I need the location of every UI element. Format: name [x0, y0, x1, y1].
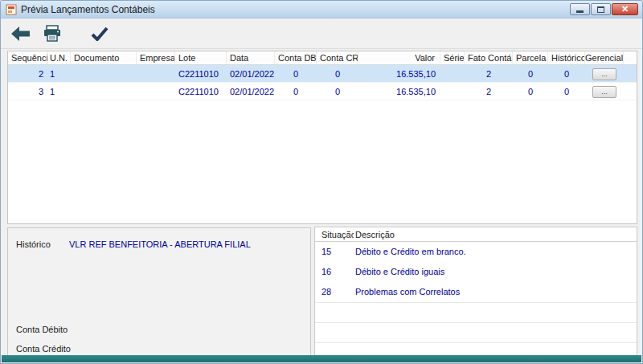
cell-lote: C2211010 — [175, 65, 227, 83]
maximize-icon — [597, 6, 604, 13]
empty-row — [315, 322, 637, 342]
cell-historico: 0 — [548, 65, 585, 83]
printer-icon — [43, 25, 62, 42]
entries-grid-header: Sequência U.N. Documento Empresa Lote Da… — [8, 51, 637, 65]
cell-situacao: 16 — [315, 262, 354, 282]
cell-conta-cr: 0 — [317, 83, 358, 100]
cell-sequencia: 2 — [8, 65, 48, 83]
close-button[interactable]: ✕ — [612, 3, 638, 15]
conta-debito-label: Conta Débito — [16, 325, 68, 334]
status-bar — [2, 355, 641, 362]
column-header-fato-contabil[interactable]: Fato Contábil — [465, 51, 513, 64]
column-header-sequencia[interactable]: Sequência — [8, 51, 48, 64]
confirm-check-icon — [91, 27, 109, 41]
cell-descricao: Débito e Crédito em branco. — [354, 242, 637, 262]
empty-row — [315, 342, 637, 356]
table-row[interactable]: 2 1 C2211010 02/01/2022 0 0 16.535,10 2 … — [8, 65, 637, 83]
cell-parcela: 0 — [513, 83, 548, 100]
column-header-conta-cr[interactable]: Conta CR — [317, 51, 358, 64]
toolbar — [1, 18, 642, 49]
table-row[interactable]: 3 1 C2211010 02/01/2022 0 0 16.535,10 2 … — [8, 83, 637, 100]
cell-un: 1 — [48, 65, 71, 83]
cell-un: 1 — [48, 83, 71, 100]
back-button[interactable] — [10, 26, 31, 42]
column-header-descricao[interactable]: Descrição — [354, 227, 637, 241]
cell-situacao: 28 — [315, 282, 354, 302]
confirm-button[interactable] — [91, 27, 109, 41]
cell-descricao: Débito e Crédito iguais — [354, 262, 637, 282]
historico-label: Histórico — [16, 239, 51, 249]
list-item[interactable]: 16 Débito e Crédito iguais — [315, 262, 637, 282]
detail-panel: Histórico VLR REF BENFEITORIA - ABERTURA… — [7, 227, 311, 356]
cell-situacao: 15 — [315, 242, 354, 262]
titlebar: Prévia Lançamentos Contábeis ✕ — [1, 1, 642, 18]
column-header-documento[interactable]: Documento — [71, 51, 137, 64]
gerencial-button[interactable]: ... — [592, 86, 616, 98]
column-header-data[interactable]: Data — [227, 51, 275, 64]
window-title: Prévia Lançamentos Contábeis — [21, 4, 155, 15]
column-header-historico[interactable]: Histórico — [548, 51, 585, 64]
cell-data: 02/01/2022 — [227, 65, 275, 83]
cell-historico: 0 — [548, 83, 585, 100]
conta-credito-label: Conta Crédito — [16, 344, 71, 354]
gerencial-button[interactable]: ... — [592, 68, 616, 80]
list-item[interactable]: 28 Problemas com Correlatos — [315, 282, 637, 302]
cell-valor: 16.535,10 — [358, 65, 440, 83]
back-arrow-icon — [10, 26, 31, 42]
column-header-gerencial[interactable]: Gerencial — [585, 51, 624, 64]
cell-descricao: Problemas com Correlatos — [354, 282, 637, 302]
column-header-lote[interactable]: Lote — [175, 51, 227, 64]
column-header-conta-db[interactable]: Conta DB — [275, 51, 317, 64]
cell-lote: C2211010 — [175, 83, 227, 100]
entries-grid: Sequência U.N. Documento Empresa Lote Da… — [7, 51, 637, 224]
cell-data: 02/01/2022 — [227, 83, 275, 100]
cell-valor: 16.535,10 — [358, 83, 440, 100]
cell-conta-db: 0 — [275, 83, 317, 100]
historico-value: VLR REF BENFEITORIA - ABERTURA FILIAL — [69, 239, 251, 249]
cell-fato-contabil: 2 — [465, 83, 513, 100]
minimize-icon — [576, 10, 584, 13]
list-item[interactable]: 15 Débito e Crédito em branco. — [315, 242, 637, 262]
cell-sequencia: 3 — [8, 83, 48, 100]
column-header-un[interactable]: U.N. — [48, 51, 71, 64]
column-header-valor[interactable]: Valor — [358, 51, 440, 64]
app-icon — [6, 4, 17, 15]
cell-conta-db: 0 — [275, 65, 317, 83]
window-controls: ✕ — [570, 3, 638, 15]
app-window: Prévia Lançamentos Contábeis ✕ — [0, 0, 643, 364]
column-header-situacao[interactable]: Situação — [315, 227, 354, 241]
cell-conta-cr: 0 — [317, 65, 358, 83]
cell-fato-contabil: 2 — [465, 65, 513, 83]
situacoes-grid: Situação Descrição 15 Débito e Crédito e… — [314, 227, 637, 356]
empty-row — [315, 302, 637, 322]
situacoes-grid-header: Situação Descrição — [315, 227, 637, 242]
column-header-parcela[interactable]: Parcela — [513, 51, 548, 64]
maximize-button[interactable] — [591, 3, 611, 15]
cell-parcela: 0 — [513, 65, 548, 83]
print-button[interactable] — [43, 25, 62, 42]
column-header-serie[interactable]: Série — [440, 51, 465, 64]
column-header-empresa[interactable]: Empresa — [137, 51, 175, 64]
minimize-button[interactable] — [570, 3, 590, 15]
